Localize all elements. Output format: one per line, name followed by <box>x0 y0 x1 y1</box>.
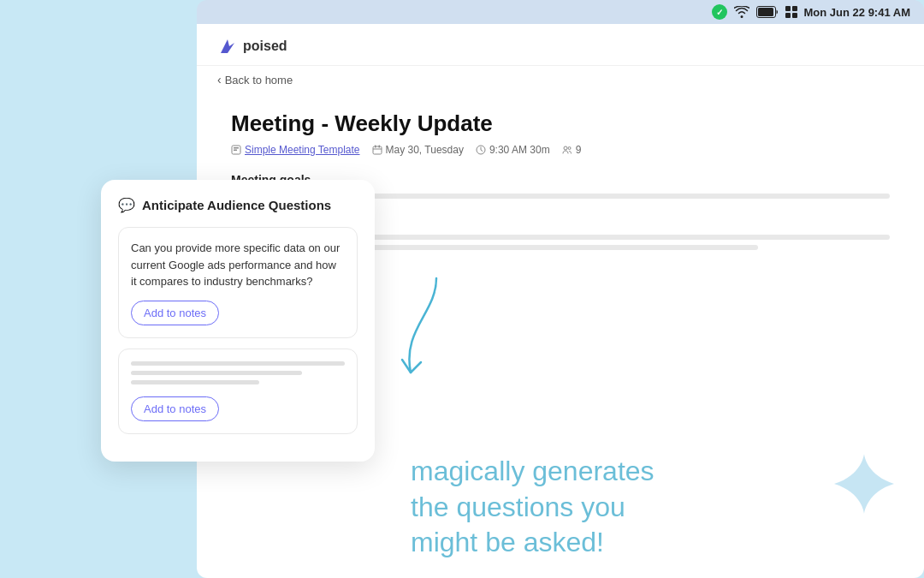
svg-rect-2 <box>785 6 791 11</box>
grid-icon <box>785 6 797 18</box>
chat-bubble-icon: 💬 <box>118 197 135 213</box>
bg-text-line3: might be asked! <box>411 525 654 561</box>
logo-text: poised <box>243 39 287 54</box>
template-icon <box>231 145 241 155</box>
svg-rect-13 <box>378 146 380 148</box>
svg-rect-12 <box>375 146 376 148</box>
floating-panel: 💬 Anticipate Audience Questions Can you … <box>101 180 375 462</box>
attendees-meta: 9 <box>562 144 582 156</box>
bg-text-line2: the questions you <box>411 490 654 526</box>
check-icon: ✓ <box>712 4 727 20</box>
top-nav: poised <box>197 24 924 66</box>
date-text: May 30, Tuesday <box>386 144 464 156</box>
logo: poised <box>217 36 287 57</box>
panel-title: Anticipate Audience Questions <box>142 198 331 212</box>
time-meta: 9:30 AM 30m <box>476 144 550 156</box>
panel-header: 💬 Anticipate Audience Questions <box>118 197 358 213</box>
template-meta: Simple Meeting Template <box>231 144 360 156</box>
placeholder-line-2 <box>131 371 302 375</box>
datetime-display: Mon Jun 22 9:41 AM <box>804 6 910 19</box>
svg-rect-3 <box>792 6 797 11</box>
meeting-meta: Simple Meeting Template May 30, Tuesday … <box>231 144 890 156</box>
bg-text-line1: magically generates <box>411 454 654 490</box>
question-card-1: Can you provide more specific data on ou… <box>118 227 358 338</box>
svg-rect-4 <box>785 13 791 18</box>
back-button[interactable]: ‹ Back to home <box>197 66 924 93</box>
svg-marker-6 <box>221 39 234 53</box>
date-meta: May 30, Tuesday <box>372 144 464 156</box>
clock-icon <box>476 145 486 155</box>
placeholder-line-3 <box>131 380 259 384</box>
svg-point-16 <box>568 147 571 150</box>
meeting-title: Meeting - Weekly Update <box>231 110 890 137</box>
time-text: 9:30 AM 30m <box>489 144 550 156</box>
svg-rect-9 <box>234 147 239 149</box>
back-chevron-icon: ‹ <box>217 73 222 86</box>
svg-rect-1 <box>758 8 773 16</box>
placeholder-line-1 <box>131 361 345 366</box>
poised-logo-icon <box>217 36 238 57</box>
wifi-icon <box>734 6 749 18</box>
people-icon <box>562 145 572 155</box>
svg-rect-5 <box>792 13 797 18</box>
calendar-icon <box>372 145 382 155</box>
question-text-1: Can you provide more specific data on ou… <box>131 240 345 290</box>
star-decoration <box>830 450 898 527</box>
svg-point-15 <box>564 146 567 150</box>
template-link[interactable]: Simple Meeting Template <box>245 144 360 156</box>
status-bar: ✓ Mon Jun 22 9:41 AM <box>197 0 924 24</box>
add-to-notes-button-1[interactable]: Add to notes <box>131 301 219 325</box>
question-card-2: Add to notes <box>118 349 358 434</box>
add-to-notes-button-2[interactable]: Add to notes <box>131 396 219 421</box>
svg-rect-11 <box>373 146 382 154</box>
curved-arrow-decoration <box>385 270 471 381</box>
bg-tagline: magically generates the questions you mi… <box>411 454 654 561</box>
battery-icon <box>756 6 779 18</box>
attendees-count: 9 <box>576 144 582 156</box>
svg-rect-10 <box>234 150 237 152</box>
